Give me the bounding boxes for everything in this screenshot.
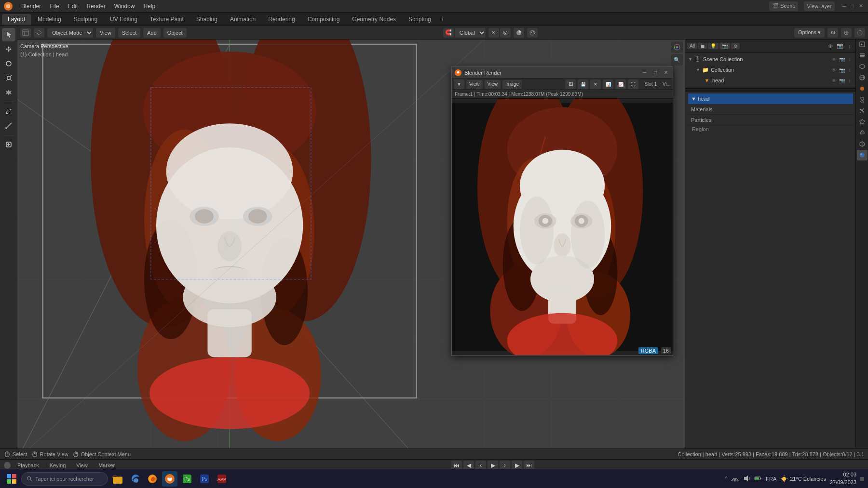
overlay-toggle[interactable]: ⊙ bbox=[827, 28, 838, 38]
tab-layout[interactable]: Layout bbox=[2, 14, 31, 25]
panel-splitter[interactable] bbox=[685, 88, 856, 92]
taskbar-blender[interactable] bbox=[162, 471, 177, 487]
battery-icon[interactable] bbox=[754, 475, 762, 483]
view-menu[interactable]: View bbox=[96, 28, 115, 38]
filter-all-btn[interactable]: All bbox=[687, 43, 697, 49]
annotate-tool[interactable] bbox=[2, 105, 15, 118]
add-object-tool[interactable] bbox=[2, 138, 15, 151]
collection-item[interactable]: ▼ 📁 Collection 👁 📷 ↕ bbox=[693, 65, 856, 75]
sc-select-btn[interactable]: ↕ bbox=[846, 56, 853, 63]
menu-render[interactable]: Render bbox=[82, 2, 109, 11]
render-copy-icon[interactable]: 🖼 bbox=[565, 79, 576, 89]
marker-menu[interactable]: Marker bbox=[95, 462, 119, 469]
hide-viewport-header[interactable]: 👁 bbox=[826, 42, 835, 51]
render-viewport[interactable]: RGBA 16 bbox=[452, 99, 673, 355]
tab-rendering[interactable]: Rendering bbox=[262, 14, 300, 25]
transform-tool[interactable] bbox=[2, 86, 15, 99]
filter-camera-btn[interactable]: 📷 bbox=[719, 43, 730, 49]
filter-empty-btn[interactable]: ⊙ bbox=[731, 43, 740, 49]
render-fullscreen[interactable]: ⛶ bbox=[628, 79, 638, 89]
col-eye-btn[interactable]: 👁 bbox=[831, 66, 838, 73]
add-workspace-tab[interactable]: + bbox=[438, 15, 447, 24]
taskbar-photoshop[interactable]: Ps bbox=[197, 471, 212, 487]
viewport-shading[interactable] bbox=[514, 28, 524, 38]
clock-display[interactable]: 02:03 27/09/2023 bbox=[830, 471, 856, 486]
windows-start-btn[interactable] bbox=[4, 471, 19, 487]
props-tab-physics[interactable] bbox=[857, 117, 868, 127]
taskbar-browser-edge[interactable] bbox=[127, 471, 143, 487]
props-tab-particles[interactable] bbox=[857, 106, 868, 116]
options-btn[interactable]: Options ▾ bbox=[794, 28, 825, 38]
props-tab-data[interactable] bbox=[857, 139, 868, 149]
gizmo-toggle[interactable] bbox=[841, 28, 852, 38]
transform-orientation[interactable]: Global bbox=[455, 28, 486, 38]
menu-window[interactable]: Window bbox=[110, 2, 139, 11]
props-tab-constraints[interactable] bbox=[857, 128, 868, 138]
render-maximize-btn[interactable]: □ bbox=[651, 69, 659, 77]
sc-eye-btn[interactable]: 👁 bbox=[831, 56, 838, 63]
taskbar-file-explorer[interactable] bbox=[110, 471, 125, 487]
window-maximize[interactable]: □ bbox=[849, 3, 856, 9]
object-menu[interactable]: Object bbox=[163, 28, 187, 38]
prop-stub-1[interactable] bbox=[688, 133, 853, 143]
scale-tool[interactable] bbox=[2, 71, 15, 85]
tab-scripting[interactable]: Scripting bbox=[403, 14, 437, 25]
taskbar-app5[interactable]: Ps bbox=[179, 471, 195, 487]
menu-edit[interactable]: Edit bbox=[64, 2, 82, 11]
sound-icon[interactable] bbox=[743, 475, 750, 483]
pivot-point[interactable]: ⊙ bbox=[488, 28, 499, 38]
menu-help[interactable]: Help bbox=[139, 2, 159, 11]
render-delete-icon[interactable]: ✕ bbox=[590, 79, 601, 89]
move-tool[interactable] bbox=[2, 42, 15, 56]
props-tab-material[interactable] bbox=[857, 150, 868, 160]
filter-mesh-btn[interactable]: ◼ bbox=[698, 43, 707, 49]
tab-uv-editing[interactable]: UV Editing bbox=[104, 14, 143, 25]
rotate-tool[interactable] bbox=[2, 57, 15, 70]
add-menu[interactable]: Add bbox=[143, 28, 161, 38]
cursor-tool[interactable] bbox=[2, 28, 15, 41]
window-minimize[interactable]: ─ bbox=[841, 3, 848, 9]
props-tab-world[interactable] bbox=[857, 72, 868, 83]
col-render-btn[interactable]: 📷 bbox=[839, 66, 845, 73]
playback-menu[interactable]: Playback bbox=[14, 462, 43, 469]
blender-logo[interactable] bbox=[3, 1, 14, 12]
head-mesh-item[interactable]: ▼ head 👁 📷 ↕ bbox=[701, 75, 856, 86]
proportional-editing[interactable]: ◎ bbox=[500, 28, 511, 38]
render-scope2[interactable]: 📈 bbox=[615, 79, 626, 89]
render-header-icon[interactable]: ▼ bbox=[454, 79, 464, 89]
tab-shading[interactable]: Shading bbox=[190, 14, 223, 25]
network-icon[interactable] bbox=[731, 475, 739, 483]
render-scope1[interactable]: 📊 bbox=[603, 79, 613, 89]
tab-geometry-nodes[interactable]: Geometry Nodes bbox=[346, 14, 402, 25]
hide-render-header[interactable]: 📷 bbox=[836, 42, 844, 51]
window-close[interactable]: ✕ bbox=[857, 3, 865, 9]
sc-render-btn[interactable]: 📷 bbox=[839, 56, 845, 63]
mode-select[interactable]: Object Mode bbox=[47, 28, 93, 38]
select-menu[interactable]: Select bbox=[118, 28, 141, 38]
render-save-icon[interactable]: 💾 bbox=[578, 79, 588, 89]
scene-collection-item[interactable]: ▼ 🗄 Scene Collection 👁 📷 ↕ bbox=[685, 54, 856, 65]
prop-row-1[interactable]: Materials bbox=[688, 104, 853, 115]
render-view-btn1[interactable]: View bbox=[466, 80, 483, 89]
notification-btn[interactable] bbox=[860, 477, 864, 481]
prop-stub-4[interactable] bbox=[688, 162, 853, 171]
select-restrict-header[interactable]: ↕ bbox=[845, 42, 854, 51]
col-select-btn[interactable]: ↕ bbox=[846, 66, 853, 73]
scene-selector[interactable]: 🎬 Scene bbox=[769, 1, 798, 11]
render-view-btn2[interactable]: View bbox=[485, 80, 501, 89]
tab-compositing[interactable]: Compositing bbox=[302, 14, 346, 25]
viewport-icon2[interactable] bbox=[34, 28, 44, 38]
orbit-gizmo[interactable] bbox=[671, 41, 683, 53]
view-layer-selector[interactable]: ViewLayer bbox=[804, 1, 834, 11]
render-preview[interactable] bbox=[527, 28, 538, 38]
prop-row-2[interactable]: Particles bbox=[688, 115, 853, 125]
tab-sculpting[interactable]: Sculpting bbox=[68, 14, 103, 25]
taskbar-firefox[interactable] bbox=[145, 471, 160, 487]
taskbar-search[interactable]: Taper ici pour rechercher bbox=[21, 472, 108, 486]
zoom-gizmo[interactable]: 🔍 bbox=[671, 54, 683, 66]
menu-file[interactable]: File bbox=[46, 2, 63, 11]
tab-animation[interactable]: Animation bbox=[224, 14, 261, 25]
props-tab-output[interactable] bbox=[857, 39, 868, 50]
snap-magnet[interactable]: 🧲 bbox=[443, 28, 454, 38]
props-tab-view-layer[interactable] bbox=[857, 50, 868, 61]
